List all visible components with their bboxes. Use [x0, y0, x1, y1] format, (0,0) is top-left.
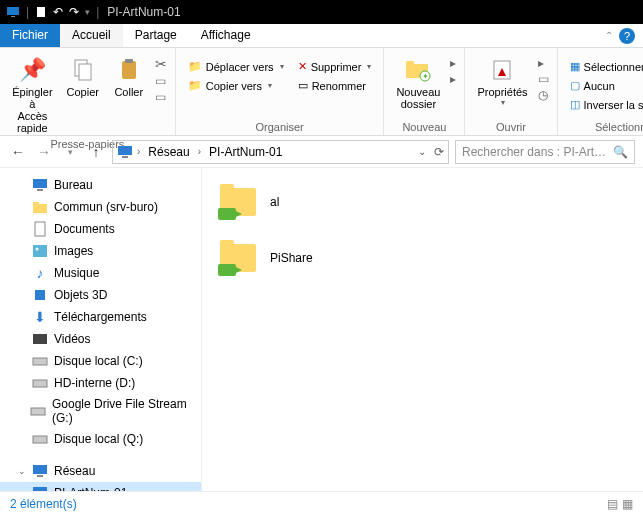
history-icon[interactable]: ◷ [538, 88, 549, 102]
move-to-button[interactable]: 📁Déplacer vers▾ [184, 58, 288, 75]
paste-button[interactable]: Coller [109, 52, 149, 100]
qat-dropdown-icon[interactable]: ▾ [85, 7, 90, 17]
svg-rect-16 [33, 204, 47, 213]
tree-item[interactable]: Google Drive File Stream (G:) [0, 394, 201, 428]
svg-rect-19 [33, 245, 47, 257]
open-icon[interactable]: ▸ [538, 56, 549, 70]
doc-icon [32, 221, 48, 237]
svg-rect-29 [33, 487, 47, 491]
tree-item-host[interactable]: PI-ArtNum-01 [0, 482, 201, 491]
tree-item-label: HD-interne (D:) [54, 376, 135, 390]
share-folder-icon [32, 199, 48, 215]
video-icon [32, 331, 48, 347]
rename-button[interactable]: ▭Renommer [294, 77, 376, 94]
svg-rect-21 [35, 290, 45, 300]
tree-item[interactable]: ⬇Téléchargements [0, 306, 201, 328]
svg-rect-26 [33, 436, 47, 443]
new-folder-icon: ✦ [402, 54, 434, 86]
tree-item[interactable]: Objets 3D [0, 284, 201, 306]
tree-item[interactable]: Disque local (Q:) [0, 428, 201, 450]
tab-home[interactable]: Accueil [60, 24, 123, 47]
edit-icon[interactable]: ▭ [538, 72, 549, 86]
svg-rect-12 [118, 146, 132, 155]
nav-tree[interactable]: BureauCommun (srv-buro)DocumentsImages♪M… [0, 168, 202, 491]
collapse-ribbon-icon[interactable]: ⌃ [605, 30, 613, 41]
select-all-icon: ▦ [570, 60, 580, 73]
status-bar: 2 élément(s) ▤ ▦ [0, 491, 643, 515]
icons-view-icon[interactable]: ▦ [622, 497, 633, 511]
delete-button[interactable]: ✕Supprimer▾ [294, 58, 376, 75]
divider-icon: | [26, 5, 29, 19]
tree-item-label: Documents [54, 222, 115, 236]
tab-view[interactable]: Affichage [189, 24, 263, 47]
details-view-icon[interactable]: ▤ [607, 497, 618, 511]
search-icon[interactable]: 🔍 [613, 145, 628, 159]
forward-button[interactable]: → [34, 142, 54, 162]
tree-item[interactable]: Vidéos [0, 328, 201, 350]
folder-label: al [270, 195, 279, 209]
tree-item[interactable]: Documents [0, 218, 201, 240]
tree-item[interactable]: Bureau [0, 174, 201, 196]
easy-access-icon[interactable]: ▸ [450, 72, 456, 86]
breadcrumb-segment[interactable]: Réseau [144, 145, 193, 159]
svg-rect-0 [7, 7, 19, 15]
new-item-icon[interactable]: ▸ [450, 56, 456, 70]
refresh-icon[interactable]: ⟳ [434, 145, 444, 159]
tab-file[interactable]: Fichier [0, 24, 60, 47]
expand-icon[interactable]: ⌄ [18, 466, 26, 476]
search-box[interactable]: Rechercher dans : PI-ArtNum... 🔍 [455, 140, 635, 164]
svg-rect-6 [125, 59, 133, 63]
folder-item[interactable]: PiShare [214, 236, 631, 280]
new-folder-button[interactable]: ✦ Nouveau dossier [392, 52, 444, 112]
chevron-right-icon[interactable]: › [198, 146, 201, 157]
tree-item[interactable]: HD-interne (D:) [0, 372, 201, 394]
tree-item[interactable]: ♪Musique [0, 262, 201, 284]
select-none-icon: ▢ [570, 79, 580, 92]
computer-icon [32, 485, 48, 491]
pin-quick-access-button[interactable]: 📌 Épingler à Accès rapide [8, 52, 57, 136]
svg-rect-28 [37, 475, 43, 477]
tab-share[interactable]: Partage [123, 24, 189, 47]
tree-item-network[interactable]: ⌄Réseau [0, 460, 201, 482]
download-icon: ⬇ [32, 309, 48, 325]
copy-to-icon: 📁 [188, 79, 202, 92]
svg-rect-14 [33, 179, 47, 188]
music-icon: ♪ [32, 265, 48, 281]
properties-button[interactable]: Propriétés ▾ [473, 52, 531, 109]
paste-shortcut-icon[interactable]: ▭ [155, 90, 167, 104]
chevron-right-icon[interactable]: › [137, 146, 140, 157]
rename-icon: ▭ [298, 79, 308, 92]
undo-icon[interactable]: ↶ [53, 5, 63, 19]
share-folder-icon [218, 240, 258, 276]
address-bar[interactable]: › Réseau › PI-ArtNum-01 ⌄ ⟳ [112, 140, 449, 164]
select-none-button[interactable]: ▢Aucun [566, 77, 643, 94]
folder-item[interactable]: al [214, 180, 631, 224]
search-placeholder: Rechercher dans : PI-ArtNum... [462, 145, 609, 159]
redo-icon[interactable]: ↷ [69, 5, 79, 19]
tree-item[interactable]: Disque local (C:) [0, 350, 201, 372]
back-button[interactable]: ← [8, 142, 28, 162]
recent-dropdown[interactable]: ▾ [60, 142, 80, 162]
copy-button[interactable]: Copier [63, 52, 103, 100]
invert-selection-button[interactable]: ◫Inverser la sélection [566, 96, 643, 113]
copy-to-button[interactable]: 📁Copier vers▾ [184, 77, 288, 94]
item-count: 2 élément(s) [10, 497, 77, 511]
tree-item-label: PI-ArtNum-01 [54, 486, 127, 491]
content-pane[interactable]: alPiShare [202, 168, 643, 491]
tree-item-label: Disque local (Q:) [54, 432, 143, 446]
select-all-button[interactable]: ▦Sélectionner tout [566, 58, 643, 75]
svg-rect-1 [11, 16, 15, 17]
cut-icon[interactable]: ✂ [155, 56, 167, 72]
folder-label: PiShare [270, 251, 313, 265]
help-icon[interactable]: ? [619, 28, 635, 44]
tree-item[interactable]: Commun (srv-buro) [0, 196, 201, 218]
up-button[interactable]: ↑ [86, 142, 106, 162]
svg-rect-23 [33, 358, 47, 365]
chevron-down-icon[interactable]: ⌄ [418, 146, 426, 157]
copy-path-icon[interactable]: ▭ [155, 74, 167, 88]
tree-item-label: Commun (srv-buro) [54, 200, 158, 214]
new-doc-icon[interactable] [35, 6, 47, 18]
tree-item[interactable]: Images [0, 240, 201, 262]
svg-rect-15 [37, 189, 43, 191]
breadcrumb-segment[interactable]: PI-ArtNum-01 [205, 145, 286, 159]
